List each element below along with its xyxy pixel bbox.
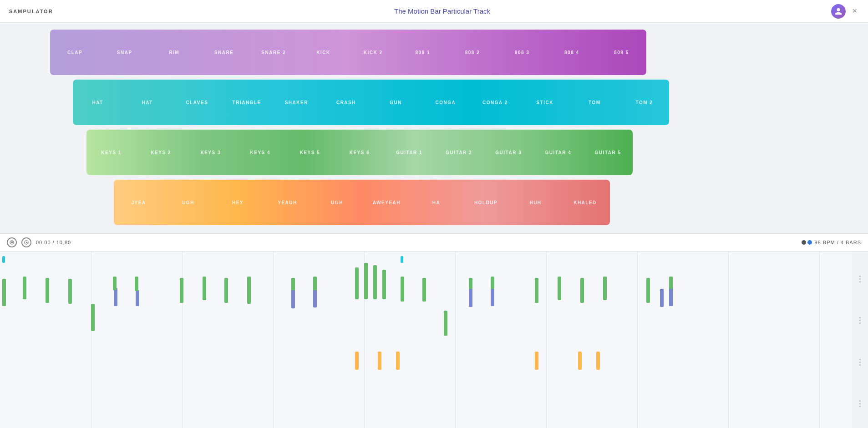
note[interactable] (491, 289, 494, 306)
note[interactable] (355, 352, 359, 370)
inst-guitar4[interactable]: GUITAR 4 (533, 150, 583, 155)
inst-shaker[interactable]: SHAKER (272, 100, 321, 105)
app-name: SAMPULATOR (9, 9, 53, 14)
note[interactable] (669, 289, 673, 306)
note[interactable] (113, 277, 117, 290)
inst-tom2[interactable]: TOM 2 (619, 100, 669, 105)
note[interactable] (91, 304, 95, 331)
green-row: KEYS 1 KEYS 2 KEYS 3 KEYS 4 KEYS 5 KEYS … (86, 130, 633, 175)
salmon-row: JYEA UGH HEY YEAUH UGH AWEYEAH HA HOLDUP… (114, 180, 610, 225)
note[interactable] (114, 288, 117, 306)
note[interactable] (535, 352, 538, 370)
inst-clap[interactable]: CLAP (50, 50, 100, 55)
grid-line (728, 252, 729, 428)
note[interactable] (135, 277, 138, 291)
inst-stick[interactable]: STICK (520, 100, 570, 105)
main-area: CLAP SNAP RIM SNARE SNARE 2 KICK KICK 2 … (0, 23, 868, 428)
inst-gun[interactable]: GUN (371, 100, 421, 105)
inst-khaled[interactable]: KHALED (560, 200, 610, 205)
inst-keys4[interactable]: KEYS 4 (235, 150, 285, 155)
inst-guitar2[interactable]: GUITAR 2 (434, 150, 484, 155)
note[interactable] (646, 278, 650, 303)
note[interactable] (313, 290, 317, 307)
inst-guitar1[interactable]: GUITAR 1 (385, 150, 434, 155)
inst-hat1[interactable]: HAT (73, 100, 122, 105)
inst-808-5[interactable]: 808 5 (597, 50, 646, 55)
play-button[interactable] (21, 237, 31, 247)
stop-icon (10, 240, 14, 245)
note[interactable] (578, 352, 582, 370)
inst-keys5[interactable]: KEYS 5 (285, 150, 335, 155)
inst-holdup[interactable]: HOLDUP (461, 200, 511, 205)
note[interactable] (382, 270, 386, 299)
note[interactable] (558, 277, 561, 300)
inst-808-4[interactable]: 808 4 (547, 50, 597, 55)
inst-claves[interactable]: CLAVES (172, 100, 222, 105)
note[interactable] (422, 278, 426, 302)
note[interactable] (2, 256, 5, 263)
note[interactable] (355, 267, 359, 299)
note[interactable] (46, 278, 49, 303)
timeline[interactable] (0, 252, 868, 428)
note[interactable] (2, 279, 6, 306)
note[interactable] (203, 277, 206, 300)
note[interactable] (596, 352, 600, 370)
note[interactable] (469, 289, 472, 307)
sidebar-control-3[interactable] (859, 359, 861, 366)
note[interactable] (364, 263, 368, 299)
note[interactable] (444, 311, 447, 336)
inst-hat2[interactable]: HAT (122, 100, 172, 105)
note[interactable] (291, 290, 295, 308)
inst-jyea[interactable]: JYEA (114, 200, 163, 205)
note[interactable] (136, 290, 139, 306)
note[interactable] (396, 352, 400, 370)
play-icon (24, 240, 29, 245)
note[interactable] (247, 277, 251, 304)
sidebar-control-2[interactable] (859, 317, 861, 324)
inst-ugh1[interactable]: UGH (163, 200, 213, 205)
note[interactable] (378, 352, 381, 370)
inst-keys6[interactable]: KEYS 6 (335, 150, 384, 155)
inst-keys3[interactable]: KEYS 3 (186, 150, 235, 155)
note[interactable] (68, 279, 72, 304)
inst-aweyeah[interactable]: AWEYEAH (362, 200, 411, 205)
inst-hey[interactable]: HEY (213, 200, 263, 205)
inst-kick[interactable]: KICK (299, 50, 348, 55)
inst-808-2[interactable]: 808 2 (447, 50, 497, 55)
note[interactable] (401, 256, 403, 263)
note[interactable] (180, 278, 183, 303)
inst-huh[interactable]: HUH (511, 200, 560, 205)
note[interactable] (373, 265, 377, 299)
inst-808-3[interactable]: 808 3 (497, 50, 547, 55)
inst-rim[interactable]: RIM (149, 50, 199, 55)
note[interactable] (535, 278, 538, 303)
note[interactable] (660, 289, 664, 307)
inst-ha[interactable]: HA (411, 200, 461, 205)
inst-conga2[interactable]: CONGA 2 (470, 100, 520, 105)
inst-tom[interactable]: TOM (570, 100, 619, 105)
inst-kick2[interactable]: KICK 2 (348, 50, 398, 55)
inst-snap[interactable]: SNAP (100, 50, 149, 55)
sidebar-control-1[interactable] (859, 276, 861, 282)
note[interactable] (580, 278, 584, 303)
inst-808-1[interactable]: 808 1 (398, 50, 447, 55)
note[interactable] (603, 277, 607, 300)
inst-guitar3[interactable]: GUITAR 3 (484, 150, 533, 155)
sidebar-control-4[interactable] (859, 400, 861, 407)
avatar-button[interactable] (831, 4, 846, 19)
note[interactable] (401, 277, 404, 302)
inst-ugh2[interactable]: UGH (312, 200, 362, 205)
inst-snare2[interactable]: SNARE 2 (249, 50, 299, 55)
inst-keys1[interactable]: KEYS 1 (86, 150, 136, 155)
stop-button[interactable] (7, 237, 17, 247)
inst-guitar5[interactable]: GUITAR 5 (583, 150, 633, 155)
inst-keys2[interactable]: KEYS 2 (136, 150, 186, 155)
inst-crash[interactable]: CRASH (321, 100, 371, 105)
note[interactable] (224, 278, 228, 303)
inst-conga[interactable]: CONGA (421, 100, 470, 105)
note[interactable] (23, 277, 26, 299)
inst-yeauh[interactable]: YEAUH (263, 200, 312, 205)
inst-triangle[interactable]: TRIANGLE (222, 100, 272, 105)
inst-snare[interactable]: SNARE (199, 50, 249, 55)
close-button[interactable]: × (850, 5, 859, 18)
